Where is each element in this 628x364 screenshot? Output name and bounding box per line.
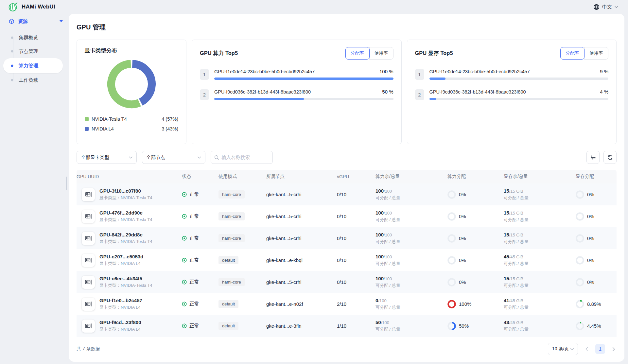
sidebar-submenu: 集群概览 节点管理 算力管理 工作负载 bbox=[0, 31, 69, 87]
percentage-value: 100 % bbox=[375, 69, 393, 74]
submenu-dot-icon bbox=[11, 50, 13, 53]
core-alloc-percent: 0% bbox=[459, 279, 466, 285]
status-text: 正常 bbox=[189, 279, 199, 285]
gpu-type-distribution-card: 显卡类型分布 NVIDIA-Tesla T4 4 (57%) NVIDIA L4 bbox=[77, 40, 186, 144]
toggle-button[interactable]: 分配率 bbox=[345, 47, 370, 60]
gpu-type-label: 显卡类型：NVIDIA-Tesla T4 bbox=[99, 239, 152, 245]
status-text: 正常 bbox=[189, 257, 199, 263]
node-name: gke-kant...5-crhi bbox=[266, 214, 337, 219]
toggle-button[interactable]: 分配率 bbox=[560, 47, 584, 60]
memory-total: /45 GiB bbox=[509, 298, 523, 303]
page-size-select[interactable]: 10 条/页 bbox=[548, 343, 578, 355]
legend-value: 3 (43%) bbox=[162, 126, 178, 131]
top5-item: 2 GPU-f9cd036c-382f-b13d-443f-8baac323f8… bbox=[200, 89, 393, 100]
node-name: gke-kant...5-crhi bbox=[266, 235, 337, 241]
vgpu-value: 2/10 bbox=[337, 301, 375, 307]
status-text: 正常 bbox=[189, 301, 199, 307]
donut-chart bbox=[85, 60, 178, 109]
rank-badge: 2 bbox=[415, 89, 424, 100]
column-settings-button[interactable] bbox=[586, 151, 600, 164]
gpu-card-icon bbox=[82, 188, 95, 201]
vgpu-value: 0/10 bbox=[337, 235, 375, 241]
legend-value: 4 (57%) bbox=[162, 116, 178, 122]
refresh-button[interactable] bbox=[603, 151, 617, 164]
toggle-button[interactable]: 使用率 bbox=[584, 47, 608, 60]
gpu-uuid-text: GPU-f1e0de14-23bc-b0be-5b0d-ecbd92b2c457 bbox=[214, 69, 315, 74]
gpu-type-label: 显卡类型：NVIDIA L4 bbox=[99, 261, 143, 267]
toggle-button[interactable]: 使用率 bbox=[369, 47, 393, 60]
core-total: /100 bbox=[384, 233, 392, 237]
card-title: 显卡类型分布 bbox=[85, 47, 178, 54]
percentage-value: 50 % bbox=[378, 89, 393, 95]
quota-caption: 可分配 / 总量 bbox=[504, 326, 573, 332]
next-page-button[interactable] bbox=[611, 346, 617, 353]
main-panel: GPU 管理 显卡类型分布 NVIDIA-Tesla T4 4 (57%) bbox=[69, 14, 624, 362]
gpu-uuid: GPU-842f...29dd8e bbox=[99, 232, 152, 237]
core-alloc-percent: 0% bbox=[459, 257, 466, 263]
mode-tag: default bbox=[218, 300, 238, 308]
vgpu-value: 0/10 bbox=[337, 257, 375, 263]
page-number-button[interactable]: 1 bbox=[595, 344, 605, 354]
quota-caption: 可分配 / 总量 bbox=[504, 261, 573, 267]
status-text: 正常 bbox=[189, 191, 199, 198]
sidebar-resize-handle[interactable] bbox=[66, 177, 67, 190]
node-name: gke-kant...e-3fln bbox=[266, 323, 337, 329]
gpu-compute-top5-card: GPU 算力 Top5 分配率 使用率 1 GPU-f1 bbox=[192, 40, 402, 144]
sidebar-item[interactable]: 算力管理 bbox=[3, 58, 63, 73]
gpu-uuid-text: GPU-f9cd036c-382f-b13d-443f-8baac323f800 bbox=[214, 89, 311, 95]
caret-down-icon bbox=[60, 20, 63, 22]
core-alloc-percent: 100% bbox=[459, 301, 471, 307]
sidebar: 资源 集群概览 节点管理 算力管理 工作负载 bbox=[0, 14, 69, 87]
chevron-down-icon bbox=[615, 6, 618, 8]
core-total: /100 bbox=[381, 320, 389, 325]
core-free: 100 bbox=[375, 210, 384, 216]
mode-tag: hami-core bbox=[218, 190, 245, 199]
search-input[interactable] bbox=[221, 155, 269, 160]
node-name: gke-kant...e-n02f bbox=[266, 301, 337, 307]
card-title: GPU 显存 Top5 bbox=[415, 50, 453, 57]
node-select[interactable]: 全部节点 bbox=[142, 151, 205, 164]
search-box bbox=[211, 151, 273, 164]
memory-alloc-percent: 0% bbox=[587, 192, 594, 197]
chevron-down-icon bbox=[198, 156, 201, 159]
memory-alloc-percent: 4.45% bbox=[587, 323, 601, 329]
gpu-type-select[interactable]: 全部显卡类型 bbox=[77, 151, 137, 164]
status-text: 正常 bbox=[189, 323, 199, 329]
memory-alloc-percent: 0% bbox=[587, 257, 594, 263]
table-body: GPU-3f10...c07f80 显卡类型：NVIDIA-Tesla T4 正… bbox=[77, 183, 617, 337]
gpu-type-label: 显卡类型：NVIDIA-Tesla T4 bbox=[99, 283, 152, 288]
sidebar-item-label: 算力管理 bbox=[19, 63, 38, 69]
memory-total: /15 GiB bbox=[509, 211, 523, 216]
sidebar-item[interactable]: 集群概览 bbox=[3, 31, 63, 44]
brand: HAMi WebUI bbox=[0, 2, 55, 12]
memory-alloc-percent: 0% bbox=[587, 235, 594, 241]
legend-label: NVIDIA L4 bbox=[92, 126, 114, 131]
refresh-icon bbox=[607, 155, 613, 160]
topbar: HAMi WebUI 中文 bbox=[0, 0, 628, 14]
column-header: 显存余/总量 bbox=[504, 174, 576, 180]
compute-top5-list: 1 GPU-f1e0de14-23bc-b0be-5b0d-ecbd92b2c4… bbox=[200, 69, 393, 100]
memory-free: 45 bbox=[504, 254, 509, 259]
sidebar-item[interactable]: 节点管理 bbox=[3, 44, 63, 58]
gpu-type-select-value: 全部显卡类型 bbox=[81, 154, 109, 161]
core-alloc-percent: 50% bbox=[459, 323, 469, 329]
column-header: 所属节点 bbox=[266, 174, 337, 180]
node-name: gke-kant...e-kbql bbox=[266, 257, 337, 263]
language-selector[interactable]: 中文 bbox=[593, 0, 618, 14]
core-free: 100 bbox=[375, 188, 384, 194]
summary-cards: 显卡类型分布 NVIDIA-Tesla T4 4 (57%) NVIDIA L4 bbox=[77, 40, 617, 144]
top5-item: 2 GPU-f9cd036c-382f-b13d-443f-8baac323f8… bbox=[415, 89, 609, 100]
mode-tag: hami-core bbox=[218, 234, 245, 242]
status-ok-icon bbox=[182, 258, 187, 263]
prev-page-button[interactable] bbox=[584, 346, 589, 353]
rank-badge: 2 bbox=[200, 89, 209, 100]
sidebar-item[interactable]: 工作负载 bbox=[3, 73, 63, 87]
core-total: /100 bbox=[378, 298, 386, 303]
sidebar-group-resources[interactable]: 资源 bbox=[0, 14, 69, 29]
table-row: GPU-3f10...c07f80 显卡类型：NVIDIA-Tesla T4 正… bbox=[77, 183, 617, 205]
memory-free: 41 bbox=[504, 298, 509, 303]
card-title: GPU 算力 Top5 bbox=[200, 50, 238, 57]
column-header: 算力分配 bbox=[447, 174, 504, 180]
gpu-uuid: GPU-3f10...c07f80 bbox=[99, 188, 152, 194]
vgpu-value: 0/10 bbox=[337, 214, 375, 219]
